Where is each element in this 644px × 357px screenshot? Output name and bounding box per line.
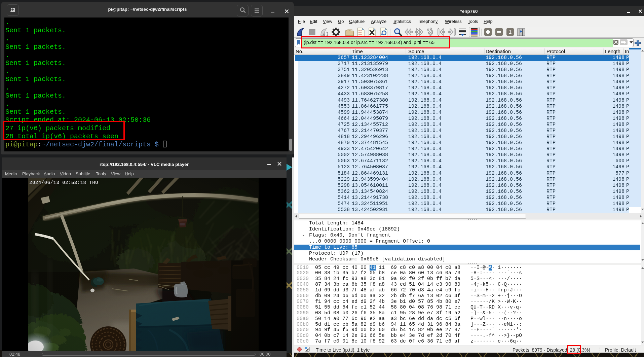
- svg-text:2024/06/13 02:53:18 THU: 2024/06/13 02:53:18 THU: [29, 180, 98, 185]
- svg-text:1: 1: [509, 29, 512, 35]
